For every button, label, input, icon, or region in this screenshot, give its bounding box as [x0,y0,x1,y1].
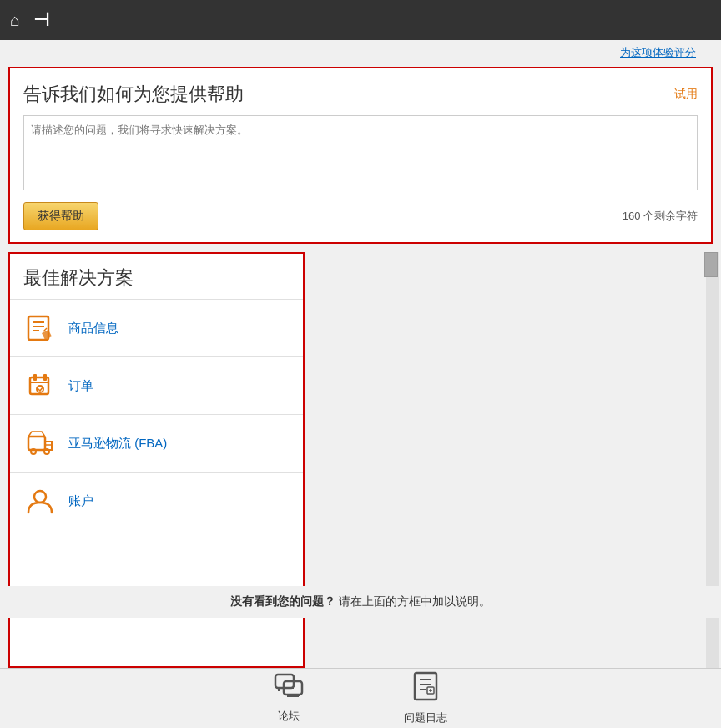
rating-link[interactable]: 为这项体验评分 [0,40,721,63]
solution-item-fba[interactable]: 亚马逊物流 (FBA) [10,414,303,472]
fba-icon [23,427,57,460]
help-footer: 获得帮助 160 个剩余字符 [23,202,698,230]
issue-log-icon [412,671,439,707]
svg-rect-16 [415,673,436,700]
footer-item-forum[interactable]: 论坛 [274,673,304,724]
separator-icon: ⊣ [33,9,49,31]
solution-label-order[interactable]: 订单 [68,378,93,394]
solution-label-account[interactable]: 账户 [68,493,93,509]
bottom-note: 没有看到您的问题？ 请在上面的方框中加以说明。 [0,586,721,618]
home-icon[interactable]: ⌂ [10,11,20,30]
solutions-title: 最佳解决方案 [10,254,303,299]
scrollbar-thumb[interactable] [704,252,718,277]
bottom-note-suffix: 请在上面的方框中加以说明。 [339,594,491,608]
top-nav: ⌂ ⊣ [0,0,721,40]
account-icon [23,484,57,518]
footer-label-issue-log: 问题日志 [404,710,447,725]
svg-rect-6 [33,374,37,381]
footer: 论坛 问题日志 [0,668,721,728]
svg-rect-7 [43,374,47,381]
forum-icon [274,673,304,705]
solution-label-fba[interactable]: 亚马逊物流 (FBA) [68,436,167,452]
product-icon [23,311,57,345]
rating-link-text[interactable]: 为这项体验评分 [620,46,696,58]
get-help-button[interactable]: 获得帮助 [23,202,98,230]
char-count: 160 个剩余字符 [623,209,698,224]
help-header: 告诉我们如何为您提供帮助 试用 [23,82,698,107]
order-icon [23,369,57,402]
svg-rect-9 [28,437,45,450]
footer-item-issue-log[interactable]: 问题日志 [404,671,447,725]
solution-item-product[interactable]: 商品信息 [10,299,303,356]
solution-item-account[interactable]: 账户 [10,472,303,529]
svg-point-13 [34,491,46,503]
help-section: 告诉我们如何为您提供帮助 试用 获得帮助 160 个剩余字符 [8,67,713,244]
try-link[interactable]: 试用 [674,87,698,102]
help-textarea[interactable] [23,115,698,190]
solution-label-product[interactable]: 商品信息 [68,321,118,336]
bottom-note-prefix: 没有看到您的问题？ [230,594,335,608]
main-content: 为这项体验评分 告诉我们如何为您提供帮助 试用 获得帮助 160 个剩余字符 最… [0,40,721,668]
svg-point-10 [31,449,36,454]
svg-point-11 [44,449,49,454]
footer-label-forum: 论坛 [278,709,300,724]
help-title: 告诉我们如何为您提供帮助 [23,82,244,107]
solution-item-order[interactable]: 订单 [10,356,303,414]
